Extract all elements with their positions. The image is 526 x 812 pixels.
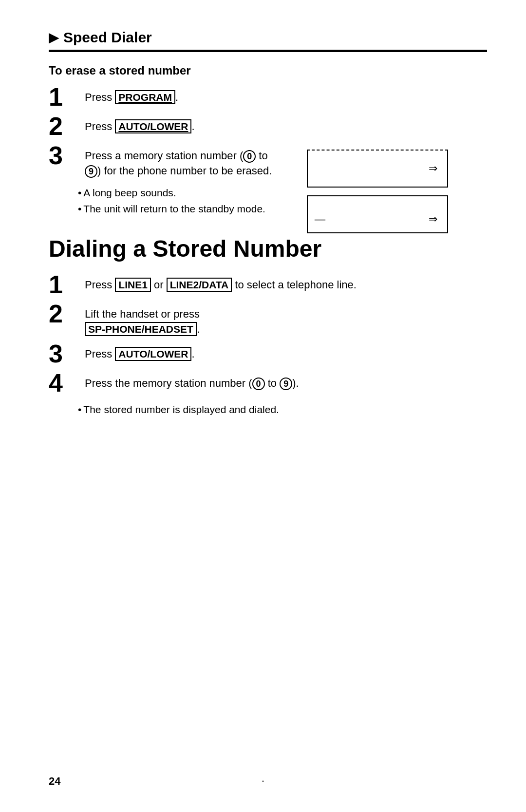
erase-step-2: 2 Press AUTO/LOWER.	[49, 116, 487, 139]
auto-lower-key-dial: AUTO/LOWER	[115, 347, 191, 361]
dialing-section: Dialing a Stored Number 1 Press LINE1 or…	[49, 235, 487, 416]
diagram-arrow-1: ⇒	[429, 162, 437, 175]
erase-step-1: 1 Press PROGRAM.	[49, 87, 487, 110]
erase-section: To erase a stored number ⇒ — ⇒ 1 Press P…	[49, 64, 487, 216]
step-number-3: 3	[49, 143, 78, 168]
dialing-step-1-after: to select a telephone line.	[232, 279, 357, 291]
dialing-step-3-content: Press AUTO/LOWER.	[85, 344, 195, 362]
dialing-step-3-before: Press	[85, 348, 115, 360]
dialing-step-1: 1 Press LINE1 or LINE2/DATA to select a …	[49, 275, 487, 297]
auto-lower-key-erase: AUTO/LOWER	[115, 119, 191, 133]
dialing-step-4-content: Press the memory station number (0 to 9)…	[85, 373, 299, 391]
dialing-bullet-1: The stored number is displayed and diale…	[78, 402, 487, 416]
dialing-step-2-before: Lift the handset or press	[85, 308, 200, 320]
dialing-step-4: 4 Press the memory station number (0 to …	[49, 373, 487, 396]
speed-dialer-header: ▶ Speed Dialer	[49, 29, 487, 46]
page-number: 24	[49, 775, 60, 788]
dialing-step-2: 2 Lift the handset or press SP-PHONE/HEA…	[49, 304, 487, 337]
dialing-step-number-2: 2	[49, 301, 78, 326]
erase-heading: To erase a stored number	[49, 64, 487, 77]
step-1-text-after: .	[175, 91, 178, 103]
erase-steps-wrapper: ⇒ — ⇒ 1 Press PROGRAM. 2 Press AUTO/L	[49, 87, 487, 179]
key-circle-0-dial: 0	[252, 378, 265, 390]
line2-data-key: LINE2/DATA	[167, 278, 232, 292]
step-2-text-after: .	[191, 120, 194, 132]
page: ▶ Speed Dialer To erase a stored number …	[0, 0, 526, 812]
key-circle-9-erase: 9	[85, 165, 97, 178]
dialing-step-1-content: Press LINE1 or LINE2/DATA to select a te…	[85, 275, 357, 293]
header-rule	[49, 50, 487, 52]
diagram-box-1: ⇒	[307, 150, 448, 188]
dialing-step-4-before: Press the memory station number (	[85, 377, 252, 389]
step-number-1: 1	[49, 84, 78, 110]
dialing-step-number-3: 3	[49, 341, 78, 366]
program-key: PROGRAM	[115, 90, 175, 104]
step-3-content: Press a memory station number (0 to 9) f…	[85, 146, 272, 179]
dialing-step-4-after: ).	[292, 377, 299, 389]
dialing-step-3: 3 Press AUTO/LOWER.	[49, 344, 487, 366]
page-dot: ·	[262, 775, 264, 788]
diagram-box-2: — ⇒	[307, 195, 448, 233]
step-2-text-before: Press	[85, 120, 115, 132]
section-arrow-icon: ▶	[49, 30, 58, 45]
dialing-title: Dialing a Stored Number	[49, 235, 487, 262]
dialing-step-number-1: 1	[49, 272, 78, 297]
dialing-step-3-after: .	[191, 348, 194, 360]
key-circle-9-dial: 9	[280, 378, 292, 390]
step-number-2: 2	[49, 113, 78, 139]
dialing-step-4-mid: to	[265, 377, 280, 389]
step-1-text-before: Press	[85, 91, 115, 103]
diagrams-area: ⇒ — ⇒	[307, 150, 448, 233]
diagram-arrow-2: ⇒	[429, 213, 437, 226]
speed-dialer-title: Speed Dialer	[63, 29, 152, 46]
dialing-step-number-4: 4	[49, 370, 78, 396]
diagram-small-dash: —	[315, 213, 325, 226]
step-3-text: Press a memory station number (	[85, 150, 243, 162]
step-2-content: Press AUTO/LOWER.	[85, 116, 195, 134]
dialing-step-1-before: Press	[85, 279, 115, 291]
step-3-text-end: ) for the phone number to be erased.	[97, 165, 272, 177]
dialing-step-1-mid: or	[151, 279, 167, 291]
dialing-step-2-after: .	[197, 323, 200, 335]
step-3-text-mid: to	[256, 150, 267, 162]
line1-key: LINE1	[115, 278, 151, 292]
step-1-content: Press PROGRAM.	[85, 87, 178, 105]
sp-phone-headset-key: SP-PHONE/HEADSET	[85, 322, 197, 336]
key-circle-0-erase: 0	[243, 150, 256, 163]
dialing-step-2-content: Lift the handset or press SP-PHONE/HEADS…	[85, 304, 200, 337]
